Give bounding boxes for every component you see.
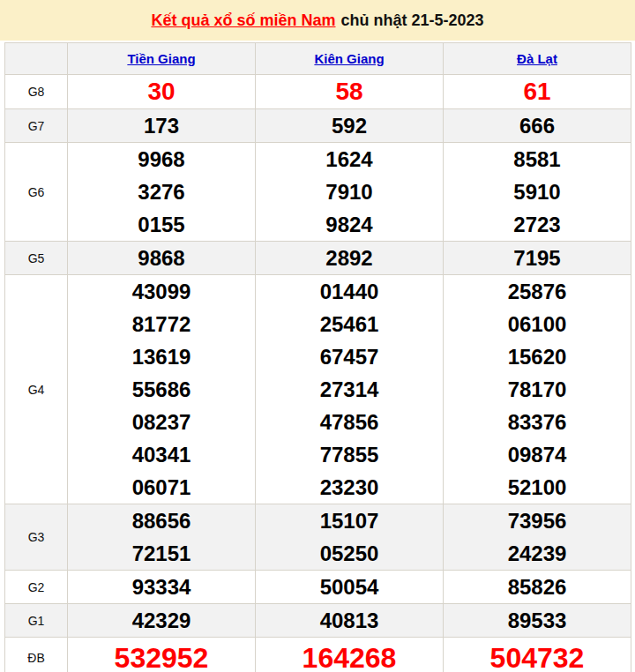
lottery-results-page: Kết quả xổ số miền Nam chủ nhật 21-5-202… [0, 0, 635, 672]
result-number: 23230 [256, 471, 443, 504]
prize-label: G4 [5, 275, 68, 504]
result-cell: 592 [256, 109, 444, 143]
prize-row-G1: G1423294081389533 [5, 604, 631, 638]
results-table: Tiền Giang Kiên Giang Đà Lạt G8305861G71… [4, 42, 631, 672]
result-number: 78170 [444, 373, 631, 406]
result-cell: 7395624239 [444, 504, 631, 571]
result-cell: 2892 [256, 242, 444, 275]
result-number: 25876 [444, 275, 631, 308]
result-number: 40813 [256, 604, 443, 637]
result-cell: 85826 [444, 571, 631, 604]
result-number: 592 [256, 109, 443, 142]
prize-label: ĐB [5, 638, 68, 672]
result-number: 88656 [68, 504, 255, 537]
result-cell: 50054 [256, 571, 444, 604]
result-number: 01440 [256, 275, 443, 308]
result-number: 43099 [68, 275, 255, 308]
result-number: 93334 [68, 571, 255, 603]
result-cell: 858159102723 [444, 143, 631, 242]
result-number: 08237 [68, 406, 255, 438]
column-header-kien-giang: Kiên Giang [256, 43, 444, 75]
results-table-body: G8305861G7173592666G69968327601551624791… [5, 75, 631, 672]
result-number: 05250 [256, 537, 443, 570]
prize-label: G1 [5, 604, 68, 638]
result-cell: 173 [68, 109, 256, 143]
result-number: 47856 [256, 406, 443, 438]
result-cell: 8865672151 [68, 504, 256, 571]
result-number: 50054 [256, 571, 443, 603]
column-header-tien-giang: Tiền Giang [68, 43, 256, 75]
result-number: 81772 [68, 308, 255, 340]
result-cell: 9868 [68, 242, 256, 275]
result-number: 2723 [444, 208, 631, 241]
da-lat-link[interactable]: Đà Lạt [517, 51, 557, 66]
result-number: 504732 [444, 638, 631, 672]
corner-cell [5, 43, 68, 75]
result-cell: 666 [444, 109, 631, 143]
prize-row-ĐB: ĐB532952164268504732 [5, 638, 631, 672]
column-header-da-lat: Đà Lạt [444, 43, 631, 75]
result-number: 52100 [444, 471, 631, 504]
prize-row-G4: G443099817721361955686082374034106071014… [5, 275, 631, 504]
result-number: 73956 [444, 504, 631, 537]
result-number: 58 [256, 75, 443, 108]
result-number: 8581 [444, 143, 631, 175]
result-number: 25461 [256, 308, 443, 340]
result-cell: 1510705250 [256, 504, 444, 571]
result-cell: 25876061001562078170833760987452100 [444, 275, 631, 504]
kien-giang-link[interactable]: Kiên Giang [314, 51, 384, 66]
result-cell: 89533 [444, 604, 631, 638]
prize-label: G5 [5, 242, 68, 275]
result-number: 15107 [256, 504, 443, 537]
prize-label: G2 [5, 571, 68, 604]
prize-row-G7: G7173592666 [5, 109, 631, 143]
result-number: 06100 [444, 308, 631, 340]
result-number: 40341 [68, 438, 255, 471]
result-number: 9824 [256, 208, 443, 241]
result-cell: 43099817721361955686082374034106071 [68, 275, 256, 504]
result-cell: 58 [256, 75, 444, 109]
result-cell: 504732 [444, 638, 631, 672]
result-cell: 30 [68, 75, 256, 109]
result-number: 0155 [68, 208, 255, 241]
tien-giang-link[interactable]: Tiền Giang [127, 51, 195, 66]
result-number: 666 [444, 109, 631, 142]
result-cell: 532952 [68, 638, 256, 672]
prize-row-G2: G2933345005485826 [5, 571, 631, 604]
result-number: 9968 [68, 143, 255, 175]
prize-row-G5: G5986828927195 [5, 242, 631, 275]
prize-row-G8: G8305861 [5, 75, 631, 109]
result-number: 532952 [68, 638, 255, 672]
result-number: 9868 [68, 242, 255, 274]
result-number: 7910 [256, 175, 443, 208]
prize-row-G6: G6996832760155162479109824858159102723 [5, 143, 631, 242]
result-number: 77855 [256, 438, 443, 471]
prize-label: G8 [5, 75, 68, 109]
result-number: 27314 [256, 373, 443, 406]
result-cell: 61 [444, 75, 631, 109]
result-number: 173 [68, 109, 255, 142]
result-number: 85826 [444, 571, 631, 603]
result-number: 1624 [256, 143, 443, 175]
result-number: 13619 [68, 340, 255, 373]
result-number: 3276 [68, 175, 255, 208]
result-cell: 162479109824 [256, 143, 444, 242]
result-number: 72151 [68, 537, 255, 570]
result-number: 164268 [256, 638, 443, 672]
result-number: 61 [444, 75, 631, 108]
draw-date-text: chủ nhật 21-5-2023 [341, 11, 484, 30]
table-header-row: Tiền Giang Kiên Giang Đà Lạt [5, 43, 631, 75]
result-number: 09874 [444, 438, 631, 471]
result-number: 67457 [256, 340, 443, 373]
result-cell: 93334 [68, 571, 256, 604]
prize-label: G7 [5, 109, 68, 143]
result-cell: 996832760155 [68, 143, 256, 242]
prize-row-G3: G3886567215115107052507395624239 [5, 504, 631, 571]
prize-label: G6 [5, 143, 68, 242]
results-title-link[interactable]: Kết quả xổ số miền Nam [151, 11, 335, 30]
result-number: 83376 [444, 406, 631, 438]
result-cell: 164268 [256, 638, 444, 672]
result-number: 15620 [444, 340, 631, 373]
result-number: 89533 [444, 604, 631, 637]
result-number: 7195 [444, 242, 631, 274]
